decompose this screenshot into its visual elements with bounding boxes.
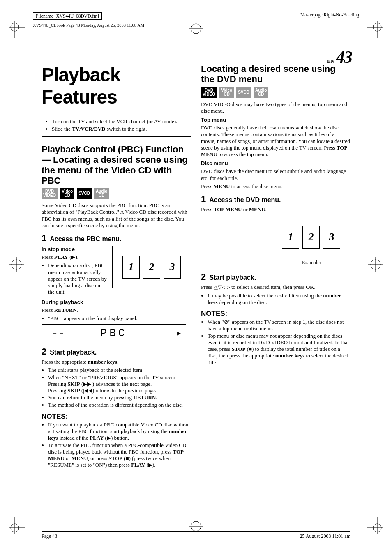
section-title-pbc: Playback Control (PBC) Function — Locati… bbox=[42, 144, 191, 186]
menu-card: 2 bbox=[143, 256, 160, 279]
reg-mark-left bbox=[9, 257, 24, 272]
footer-right: 25 August 2003 11:01 am bbox=[300, 533, 350, 539]
disctype-svcd: SVCD bbox=[236, 87, 251, 98]
step2-bullet: The unit starts playback of the selected… bbox=[48, 367, 191, 373]
lcd-figure: – – PBC ▶ bbox=[42, 324, 186, 342]
rstep1-title: Access the DVD menu. bbox=[209, 196, 281, 204]
during-bullet: "PBC" appears on the front display panel… bbox=[48, 315, 191, 322]
rstep2-bullet: It may be possible to select the desired… bbox=[208, 292, 350, 306]
menu-card: 3 bbox=[164, 256, 181, 279]
disctype-audiocd: AudioCD bbox=[94, 188, 109, 199]
note-item: If you want to playback a PBC-compatible… bbox=[48, 421, 191, 442]
example-label: Example: bbox=[272, 260, 350, 266]
step2-title: Start playback. bbox=[50, 349, 97, 356]
step2-sub-a: Pressing SKIP (▶▶|) advances to the next… bbox=[48, 381, 152, 387]
step1-title: Access the PBC menu. bbox=[50, 235, 121, 243]
disc-menu-body2: Press MENU to access the disc menu. bbox=[201, 183, 350, 190]
crop-mark-bl bbox=[9, 517, 25, 534]
intro-box: Turn on the TV and select the VCR channe… bbox=[42, 114, 191, 137]
footer-left: Page 43 bbox=[42, 533, 57, 539]
menu-card: 1 bbox=[122, 256, 140, 279]
menu-card: 3 bbox=[323, 226, 340, 249]
disctype-audiocd: AudioCD bbox=[254, 87, 268, 98]
menu-card: 1 bbox=[282, 226, 299, 249]
play-icon: ▶ bbox=[177, 330, 181, 336]
masterpage-label: Masterpage:Right-No-Heading bbox=[300, 12, 359, 20]
step2-bullet: The method of the operation is different… bbox=[48, 402, 191, 408]
notes-title-right: NOTES: bbox=[201, 310, 350, 318]
intro-item-1: Turn on the TV and select the VCR channe… bbox=[52, 118, 187, 125]
intro-item-2: Slide the TV/VCR/DVD switch to the right… bbox=[52, 126, 187, 132]
disctype-row-right: DVDVIDEO VideoCD SVCD AudioCD bbox=[201, 87, 350, 98]
disctype-dvdvideo: DVDVIDEO bbox=[201, 87, 217, 98]
step2-bullet: You can return to the menu by pressing R… bbox=[48, 394, 191, 401]
step2-bullet: When "NEXT" or "PREVIOUS" appears on the… bbox=[48, 374, 191, 394]
rnote-item: Top menu or disc menu may not appear dep… bbox=[208, 333, 350, 366]
rnote-item: When "⊘" appears on the TV screen in ste… bbox=[208, 319, 350, 332]
top-menu-head: Top menu bbox=[201, 117, 350, 123]
dvd-intro: DVD VIDEO discs may have two types of th… bbox=[201, 101, 350, 115]
pbc-intro: Some Video CD discs supports the PBC fun… bbox=[42, 202, 191, 229]
menu-card: 2 bbox=[302, 226, 320, 249]
during-head: During playback bbox=[42, 299, 191, 305]
crop-mark-br bbox=[367, 517, 383, 534]
during-line: Press RETURN. bbox=[42, 307, 191, 313]
rstep2-title: Start playback. bbox=[209, 274, 256, 281]
disc-menu-body1: DVD discs have the disc menu to select s… bbox=[201, 168, 350, 182]
rstep2-num: 2 bbox=[201, 272, 206, 282]
section-title-dvdmenu: Locating a desired scene using the DVD m… bbox=[201, 64, 350, 85]
rstep1-line: Press TOP MENU or MENU. bbox=[201, 206, 350, 213]
note-item: To activate the PBC function when a PBC-… bbox=[48, 442, 191, 469]
crop-mark-tr bbox=[367, 21, 383, 38]
disctype-svcd: SVCD bbox=[77, 188, 92, 199]
filename-label: Filename [XVS44U_08DVD.fm] bbox=[33, 12, 102, 20]
menu-figure-right: 1 2 3 bbox=[272, 216, 350, 258]
disctype-videocd: VideoCD bbox=[60, 188, 74, 199]
rstep1-num: 1 bbox=[201, 194, 206, 205]
step1-num: 1 bbox=[42, 233, 46, 244]
rstep2-line: Press △▽◁▷ to select a desired item, the… bbox=[201, 284, 350, 290]
crop-mark-tl bbox=[9, 21, 25, 38]
lcd-text: PBC bbox=[101, 327, 127, 339]
running-head-left: XVS44U_01.book Page 43 Monday, August 25… bbox=[33, 23, 147, 28]
step2-num: 2 bbox=[42, 346, 46, 357]
disctype-dvdvideo: DVDVIDEO bbox=[42, 188, 58, 199]
reg-mark-right bbox=[368, 257, 383, 272]
page-title: Playback Features bbox=[42, 64, 191, 108]
notes-title: NOTES: bbox=[42, 412, 191, 421]
step2-line: Press the appropriate number keys. bbox=[42, 359, 191, 365]
disctype-row-left: DVDVIDEO VideoCD SVCD AudioCD bbox=[42, 188, 191, 199]
top-menu-body: DVD discs generally have their own menus… bbox=[201, 124, 350, 158]
step2-sub-b: Pressing SKIP (|◀◀) returns to the previ… bbox=[48, 387, 156, 394]
disc-menu-head: Disc menu bbox=[201, 160, 350, 166]
menu-figure-left: 1 2 3 bbox=[112, 246, 191, 288]
lcd-dash: – – bbox=[53, 330, 65, 336]
disctype-videocd: VideoCD bbox=[219, 87, 234, 98]
